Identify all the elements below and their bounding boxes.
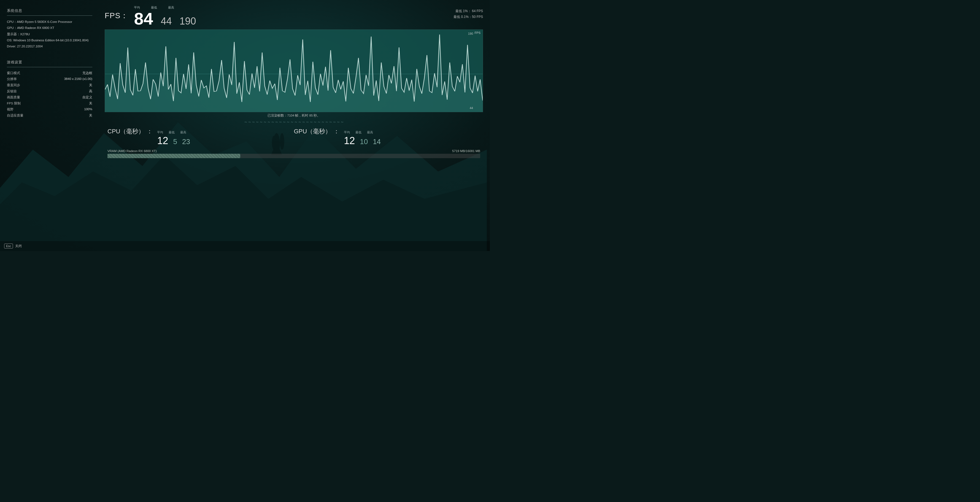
esc-bar: Esc 关闭	[0, 241, 490, 251]
gpu-max-label: 最高	[367, 130, 373, 135]
gpu-label: GPU（毫秒）	[294, 127, 331, 135]
fps-avg-block: 平均 最低 最高 84 44 190	[134, 5, 196, 27]
vram-header: VRAM (AMD Radeon RX 6800 XT) 5719 MB/160…	[107, 149, 480, 153]
esc-badge[interactable]: Esc	[4, 243, 13, 248]
gpu-stats: 平均 最低 最高 12 10 14	[344, 130, 381, 146]
cpu-max-value: 23	[182, 138, 190, 146]
display-info: 显示器：X278U	[7, 32, 92, 37]
cpu-avg-label: 平均	[157, 130, 163, 135]
settings-table: 窗口模式无边框分辨率3840 x 2160 (x1.00)垂直同步关反锯齿高画面…	[7, 71, 92, 118]
cpu-avg-value: 12	[157, 135, 168, 146]
esc-label: 关闭	[15, 244, 22, 248]
fps-avg-value: 84	[134, 10, 153, 27]
gpu-metric-block: GPU（毫秒） ： 平均 最低 最高 12 10 14	[294, 127, 480, 146]
fps-chart-min-label: 44	[470, 106, 473, 110]
settings-row: 视野100%	[7, 108, 92, 111]
gpu-avg-label: 平均	[344, 130, 350, 135]
cpu-stats: 平均 最低 最高 12 5 23	[157, 130, 190, 146]
fps-main-block: 平均 最低 最高 84 44 190	[134, 5, 196, 27]
vram-bar-fill	[107, 154, 240, 158]
settings-val: 关	[89, 102, 92, 105]
settings-row: 自适应质量关	[7, 113, 92, 118]
gpu-values: 12 10 14	[344, 135, 381, 146]
settings-key: 反锯齿	[7, 89, 35, 94]
section-divider-2	[7, 67, 92, 67]
gpu-info: GPU：AMD Radeon RX 6800 XT	[7, 25, 92, 30]
vram-value: 5719 MB/16081 MB	[452, 149, 480, 153]
fps-right-stats: 最低 1%： 64 FPS 最低 0.1%：50 FPS	[453, 5, 483, 21]
gpu-colon: ：	[333, 127, 339, 135]
cpu-max-label: 最高	[180, 130, 186, 135]
settings-key: 视野	[7, 108, 35, 111]
vram-label: VRAM (AMD Radeon RX 6800 XT)	[107, 149, 157, 153]
right-panel: FPS： 平均 最低 最高 84 44 190 最低 1%： 64 FP	[99, 0, 490, 251]
divider-wave: ～～～～～～～～～～～～～～～～～～～～～～～～～～	[105, 119, 483, 124]
settings-row: 窗口模式无边框	[7, 71, 92, 75]
vram-bar-bg	[107, 154, 480, 158]
fps-label: FPS：	[105, 11, 128, 21]
cpu-info: CPU：AMD Ryzen 5 5600X 6-Core Processor	[7, 19, 92, 24]
settings-val: 自定义	[83, 95, 92, 100]
cpu-colon: ：	[146, 127, 153, 135]
fps-chart-label: FPS	[475, 31, 480, 35]
settings-key: 自适应质量	[7, 113, 35, 118]
vram-section: VRAM (AMD Radeon RX 6800 XT) 5719 MB/160…	[105, 149, 483, 158]
cpu-label: CPU（毫秒）	[107, 127, 144, 135]
gpu-min-label: 最低	[355, 130, 361, 135]
fps-percentile-01: 最低 0.1%：50 FPS	[453, 14, 483, 19]
settings-row: 垂直同步关	[7, 83, 92, 87]
system-info-title: 系统信息	[7, 8, 92, 13]
cpu-values: 12 5 23	[157, 135, 190, 146]
gpu-min-value: 10	[360, 138, 368, 146]
fps-percentile-1: 最低 1%： 64 FPS	[453, 9, 483, 13]
fps-chart: FPS 190 44	[105, 30, 483, 112]
fps-values: 84 44 190	[134, 10, 196, 27]
settings-val: 关	[89, 83, 92, 87]
settings-row: 反锯齿高	[7, 89, 92, 94]
settings-val: 高	[89, 89, 92, 94]
fps-max-label: 最高	[168, 5, 174, 10]
gpu-max-value: 14	[373, 138, 381, 146]
settings-val: 关	[89, 113, 92, 118]
game-settings-section: 游戏设置 窗口模式无边框分辨率3840 x 2160 (x1.00)垂直同步关反…	[7, 60, 92, 118]
settings-row: FPS 限制关	[7, 102, 92, 105]
fps-header: FPS： 平均 最低 最高 84 44 190 最低 1%： 64 FP	[105, 5, 483, 27]
fps-min-value: 44	[161, 16, 172, 27]
settings-key: 窗口模式	[7, 71, 35, 75]
cpu-metric-block: CPU（毫秒） ： 平均 最低 最高 12 5 23	[107, 127, 294, 146]
gpu-sub-labels: 平均 最低 最高	[344, 130, 381, 135]
os-info: OS: Windows 10 Business Edition 64-bit (…	[7, 38, 92, 43]
cpu-min-label: 最低	[169, 130, 175, 135]
cpu-min-value: 5	[173, 138, 177, 146]
game-settings-title: 游戏设置	[7, 60, 92, 65]
driver-info: Driver: 27.20.22017.1004	[7, 44, 92, 49]
gpu-avg-value: 12	[344, 135, 355, 146]
settings-key: 画面质量	[7, 95, 35, 100]
settings-val: 3840 x 2160 (x1.00)	[64, 77, 92, 81]
settings-row: 画面质量自定义	[7, 95, 92, 100]
cpu-sub-labels: 平均 最低 最高	[157, 130, 190, 135]
fps-chart-max-label: 190	[468, 32, 473, 35]
rendered-frames: 已渲染帧数：7104 帧，耗时 85 秒。	[105, 113, 483, 118]
settings-key: 分辨率	[7, 77, 35, 81]
settings-val: 100%	[84, 108, 92, 111]
settings-key: FPS 限制	[7, 102, 35, 105]
settings-val: 无边框	[83, 71, 92, 75]
left-panel: 系统信息 CPU：AMD Ryzen 5 5600X 6-Core Proces…	[0, 0, 99, 251]
cpu-gpu-row: CPU（毫秒） ： 平均 最低 最高 12 5 23 G	[105, 127, 483, 146]
fps-max-value: 190	[179, 16, 196, 27]
settings-key: 垂直同步	[7, 83, 35, 87]
settings-row: 分辨率3840 x 2160 (x1.00)	[7, 77, 92, 81]
